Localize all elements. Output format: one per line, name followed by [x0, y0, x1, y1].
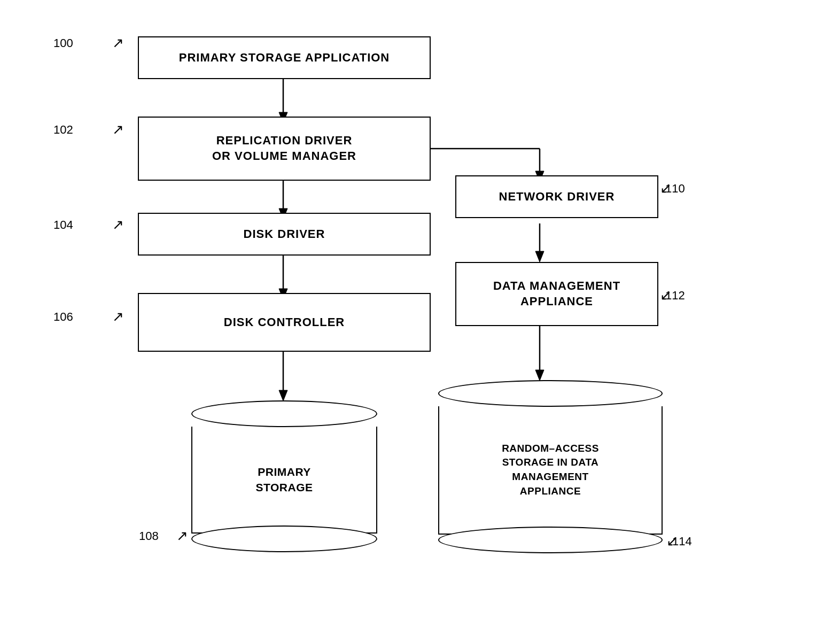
replication-driver-box: REPLICATION DRIVER OR VOLUME MANAGER	[138, 117, 431, 181]
ref-100-tick: ↗	[112, 35, 124, 51]
ref-108: 108	[139, 529, 159, 543]
ref-106-tick: ↗	[112, 308, 124, 325]
random-access-cyl-bottom	[438, 527, 663, 553]
primary-storage-cylinder: PRIMARY STORAGE	[191, 400, 377, 553]
random-access-cyl-body: RANDOM–ACCESS STORAGE IN DATA MANAGEMENT…	[438, 406, 663, 535]
primary-storage-cyl-body: PRIMARY STORAGE	[191, 427, 377, 534]
random-access-cyl-top	[438, 380, 663, 407]
ref-104-tick: ↗	[112, 217, 124, 233]
random-access-storage-label: RANDOM–ACCESS STORAGE IN DATA MANAGEMENT…	[496, 436, 604, 504]
disk-driver-label: DISK DRIVER	[244, 227, 325, 242]
replication-driver-label: REPLICATION DRIVER OR VOLUME MANAGER	[212, 133, 356, 164]
ref-112-tick: ↙	[660, 287, 672, 304]
data-mgmt-appliance-label: DATA MANAGEMENT APPLIANCE	[493, 279, 620, 309]
ref-102-tick: ↗	[112, 121, 124, 138]
ref-102: 102	[53, 123, 73, 137]
ref-110-tick: ↙	[660, 180, 672, 197]
ref-104: 104	[53, 218, 73, 232]
architecture-diagram: PRIMARY STORAGE APPLICATION 100 ↗ REPLIC…	[0, 0, 840, 626]
disk-controller-box: DISK CONTROLLER	[138, 293, 431, 352]
primary-storage-cyl-bottom	[191, 525, 377, 552]
disk-driver-box: DISK DRIVER	[138, 213, 431, 256]
disk-controller-label: DISK CONTROLLER	[224, 315, 345, 330]
primary-storage-cyl-top	[191, 400, 377, 427]
primary-storage-app-label: PRIMARY STORAGE APPLICATION	[179, 50, 390, 66]
svg-marker-12	[535, 251, 544, 262]
network-driver-label: NETWORK DRIVER	[499, 189, 615, 205]
primary-storage-app-box: PRIMARY STORAGE APPLICATION	[138, 36, 431, 79]
svg-marker-14	[535, 370, 544, 381]
primary-storage-label: PRIMARY STORAGE	[256, 464, 313, 496]
network-driver-box: NETWORK DRIVER	[455, 175, 658, 218]
ref-100: 100	[53, 36, 73, 50]
ref-114-tick: ↙	[666, 533, 678, 550]
ref-108-tick: ↗	[176, 528, 188, 544]
ref-106: 106	[53, 310, 73, 324]
svg-marker-7	[279, 390, 287, 401]
data-mgmt-appliance-box: DATA MANAGEMENT APPLIANCE	[455, 262, 658, 326]
random-access-storage-cylinder: RANDOM–ACCESS STORAGE IN DATA MANAGEMENT…	[438, 380, 663, 554]
